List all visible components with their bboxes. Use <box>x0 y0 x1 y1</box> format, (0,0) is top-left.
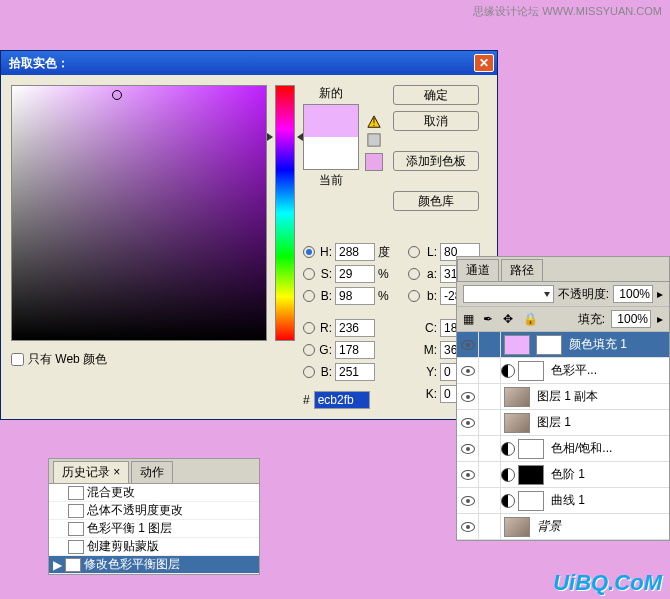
history-row[interactable]: 总体不透明度更改 <box>49 502 259 520</box>
color-cursor[interactable] <box>112 90 122 100</box>
pct2: % <box>378 289 392 303</box>
h-input[interactable] <box>335 243 375 261</box>
link-col[interactable] <box>479 488 501 513</box>
layer-thumb[interactable] <box>504 517 530 537</box>
add-swatch-button[interactable]: 添加到色板 <box>393 151 479 171</box>
opacity-input[interactable]: 100% <box>613 285 653 303</box>
lock-paint-icon[interactable]: ✒ <box>483 312 497 326</box>
closest-swatch[interactable] <box>365 153 383 171</box>
h-radio[interactable] <box>303 246 315 258</box>
opacity-arrow-icon[interactable]: ▸ <box>657 287 663 301</box>
layer-thumb[interactable] <box>504 413 530 433</box>
web-colors-checkbox[interactable]: 只有 Web 颜色 <box>11 351 267 368</box>
fill-arrow-icon[interactable]: ▸ <box>657 312 663 326</box>
visibility-toggle[interactable] <box>457 462 479 487</box>
layer-row[interactable]: 色阶 1 <box>457 462 669 488</box>
tab-paths[interactable]: 路径 <box>501 259 543 281</box>
link-col[interactable] <box>479 384 501 409</box>
fill-input[interactable]: 100% <box>611 310 651 328</box>
hex-label: # <box>303 393 310 407</box>
visibility-toggle[interactable] <box>457 384 479 409</box>
lock-move-icon[interactable]: ✥ <box>503 312 517 326</box>
visibility-toggle[interactable] <box>457 488 479 513</box>
visibility-toggle[interactable] <box>457 410 479 435</box>
mask-thumb[interactable] <box>518 465 544 485</box>
g-input[interactable] <box>335 341 375 359</box>
titlebar[interactable]: 拾取实色： ✕ <box>1 51 497 75</box>
color-field[interactable] <box>11 85 267 341</box>
layer-name[interactable]: 曲线 1 <box>551 492 585 509</box>
visibility-toggle[interactable] <box>457 358 479 383</box>
visibility-toggle[interactable] <box>457 332 479 357</box>
s-input[interactable] <box>335 265 375 283</box>
hue-slider[interactable] <box>275 85 295 341</box>
r-radio[interactable] <box>303 322 315 334</box>
blend-mode-dropdown[interactable] <box>463 285 554 303</box>
layer-row[interactable]: 图层 1 <box>457 410 669 436</box>
lock-all-icon[interactable]: 🔒 <box>523 312 537 326</box>
color-preview <box>303 104 359 170</box>
history-step-icon <box>68 540 84 554</box>
layer-row[interactable]: 背景 <box>457 514 669 540</box>
layer-thumb[interactable] <box>504 387 530 407</box>
tab-channels[interactable]: 通道 <box>457 259 499 281</box>
link-col[interactable] <box>479 462 501 487</box>
cancel-button[interactable]: 取消 <box>393 111 479 131</box>
visibility-toggle[interactable] <box>457 514 479 539</box>
layer-name[interactable]: 颜色填充 1 <box>569 336 627 353</box>
mask-thumb[interactable] <box>518 361 544 381</box>
link-col[interactable] <box>479 514 501 539</box>
layer-row[interactable]: 色彩平... <box>457 358 669 384</box>
a-radio[interactable] <box>408 268 420 280</box>
r-input[interactable] <box>335 319 375 337</box>
layer-name[interactable]: 色阶 1 <box>551 466 585 483</box>
color-libraries-button[interactable]: 颜色库 <box>393 191 479 211</box>
layer-row[interactable]: 色相/饱和... <box>457 436 669 462</box>
visibility-toggle[interactable] <box>457 436 479 461</box>
history-row[interactable]: ▶修改色彩平衡图层 <box>49 556 259 574</box>
lock-transparent-icon[interactable]: ▦ <box>463 312 477 326</box>
s-label: S: <box>318 267 332 281</box>
lb-radio[interactable] <box>408 290 420 302</box>
history-list: 混合更改总体不透明度更改色彩平衡 1 图层创建剪贴蒙版▶修改色彩平衡图层 <box>49 484 259 574</box>
bb-input[interactable] <box>335 363 375 381</box>
layer-row[interactable]: 颜色填充 1 <box>457 332 669 358</box>
mask-thumb[interactable] <box>518 491 544 511</box>
history-row[interactable]: 混合更改 <box>49 484 259 502</box>
layer-name[interactable]: 背景 <box>537 518 561 535</box>
b-radio[interactable] <box>303 290 315 302</box>
layer-row[interactable]: 曲线 1 <box>457 488 669 514</box>
mask-thumb[interactable] <box>536 335 562 355</box>
tab-actions[interactable]: 动作 <box>131 461 173 483</box>
layer-name[interactable]: 图层 1 <box>537 414 571 431</box>
web-safe-icon[interactable] <box>367 133 381 147</box>
mask-thumb[interactable] <box>518 439 544 459</box>
link-col[interactable] <box>479 410 501 435</box>
link-col[interactable] <box>479 332 501 357</box>
s-radio[interactable] <box>303 268 315 280</box>
web-colors-input[interactable] <box>11 353 24 366</box>
gamut-warning-icon[interactable]: ! <box>367 115 381 129</box>
adjustment-icon <box>501 468 515 482</box>
ok-button[interactable]: 确定 <box>393 85 479 105</box>
layer-name[interactable]: 色相/饱和... <box>551 440 612 457</box>
b-input[interactable] <box>335 287 375 305</box>
g-radio[interactable] <box>303 344 315 356</box>
link-col[interactable] <box>479 436 501 461</box>
eye-icon <box>461 392 475 402</box>
tab-history[interactable]: 历史记录 × <box>53 461 129 483</box>
hex-input[interactable] <box>314 391 370 409</box>
bb-radio[interactable] <box>303 366 315 378</box>
link-col[interactable] <box>479 358 501 383</box>
l-radio[interactable] <box>408 246 420 258</box>
history-row[interactable]: 色彩平衡 1 图层 <box>49 520 259 538</box>
layer-row[interactable]: 图层 1 副本 <box>457 384 669 410</box>
close-button[interactable]: ✕ <box>474 54 494 72</box>
eye-icon <box>461 418 475 428</box>
history-row[interactable]: 创建剪贴蒙版 <box>49 538 259 556</box>
layer-name[interactable]: 图层 1 副本 <box>537 388 598 405</box>
layer-thumb[interactable] <box>504 335 530 355</box>
current-color-swatch[interactable] <box>304 137 358 169</box>
layer-name[interactable]: 色彩平... <box>551 362 597 379</box>
history-step-icon <box>68 522 84 536</box>
